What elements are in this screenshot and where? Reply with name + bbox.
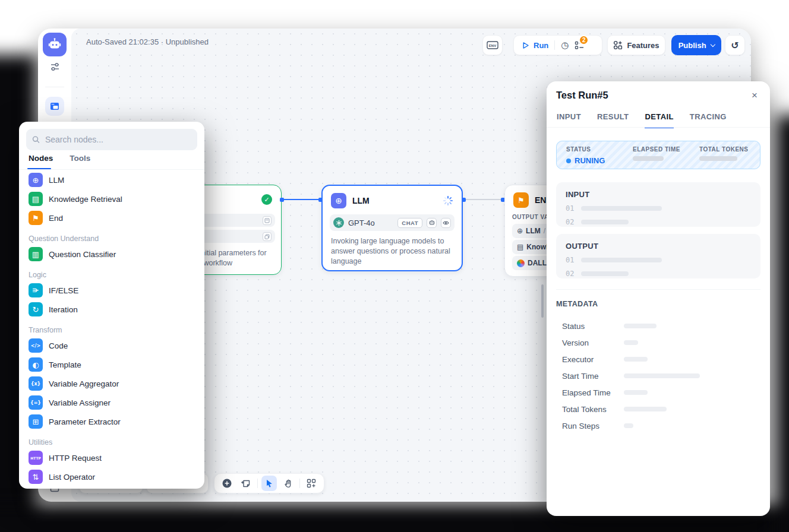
close-button[interactable]: × bbox=[747, 88, 762, 103]
metadata-label: Executor bbox=[562, 355, 624, 364]
line-number: 02 bbox=[566, 270, 574, 278]
node-list-item[interactable]: </>Code bbox=[19, 336, 204, 355]
knowledge-retrieval-icon: ▤ bbox=[29, 192, 43, 206]
run-tab-detail[interactable]: DETAIL bbox=[645, 112, 673, 128]
copy-icon bbox=[263, 232, 272, 241]
version-history-button[interactable]: ↺ bbox=[725, 35, 745, 55]
parameter-extractor-icon: ⊞ bbox=[29, 414, 43, 429]
llm-icon: ⊕ bbox=[331, 193, 346, 208]
organize-blocks-button[interactable] bbox=[304, 476, 319, 491]
model-selector[interactable]: GPT-4o CHAT bbox=[330, 214, 455, 231]
run-label: Run bbox=[534, 41, 548, 50]
value-placeholder bbox=[581, 271, 629, 276]
history-icon: ↺ bbox=[731, 40, 738, 51]
features-button[interactable]: Features bbox=[607, 35, 665, 55]
llm-node[interactable]: ⊕ LLM bbox=[321, 185, 463, 271]
node-list-item-label: Variable Aggregator bbox=[49, 379, 119, 388]
tab-tools[interactable]: Tools bbox=[70, 154, 90, 163]
checklist-button[interactable]: 2 bbox=[575, 40, 585, 50]
metadata-value-placeholder bbox=[624, 357, 648, 362]
node-list-item-label: IF/ELSE bbox=[49, 286, 78, 295]
run-tab-input[interactable]: INPUT bbox=[557, 112, 581, 128]
metadata-row: Version bbox=[562, 334, 758, 351]
placeholder-row: 02 bbox=[566, 270, 751, 278]
divider bbox=[556, 289, 760, 290]
list-operator-icon: ⇅ bbox=[29, 470, 43, 484]
llm-input-port[interactable] bbox=[318, 198, 323, 202]
publish-button[interactable]: Publish bbox=[671, 35, 721, 55]
node-list-item-label: End bbox=[49, 214, 63, 223]
node-list-item[interactable]: HTTPHTTP Request bbox=[19, 448, 204, 467]
preferences-button[interactable] bbox=[45, 57, 64, 76]
metadata-label: Run Steps bbox=[562, 422, 624, 430]
features-label: Features bbox=[627, 41, 659, 50]
node-list-item[interactable]: {=}Variable Assigner bbox=[19, 393, 204, 412]
run-tab-tracing[interactable]: TRACING bbox=[690, 112, 727, 128]
note-plus-icon bbox=[241, 479, 251, 489]
node-list-item-label: Code bbox=[49, 341, 68, 350]
workflow-view-button[interactable] bbox=[45, 97, 64, 116]
openai-icon bbox=[333, 217, 344, 228]
metadata-value-placeholder bbox=[624, 423, 633, 428]
metadata-title: METADATA bbox=[556, 300, 598, 308]
divider bbox=[554, 40, 555, 50]
value-placeholder bbox=[581, 220, 629, 224]
node-list-item-label: Iteration bbox=[49, 305, 78, 314]
node-list-item[interactable]: ↻Iteration bbox=[19, 300, 204, 319]
tab-nodes[interactable]: Nodes bbox=[29, 154, 53, 163]
node-list-item-label: Parameter Extractor bbox=[49, 417, 121, 426]
node-list-item[interactable]: ⊕LLM bbox=[19, 170, 204, 189]
node-list-item[interactable]: ⇅List Operator bbox=[19, 467, 204, 486]
app-logo[interactable] bbox=[43, 33, 67, 56]
variable-node-name: LLM bbox=[526, 227, 541, 235]
chat-mode-badge: CHAT bbox=[397, 218, 422, 228]
hand-icon bbox=[283, 479, 293, 488]
add-note-button[interactable] bbox=[238, 476, 254, 491]
variable-assigner-icon: {=} bbox=[29, 395, 43, 410]
add-node-button[interactable] bbox=[219, 476, 235, 491]
llm-output-port[interactable] bbox=[462, 198, 466, 202]
backdrop-right bbox=[777, 115, 789, 532]
pointer-tool-button[interactable] bbox=[261, 476, 277, 491]
node-list-item-label: Question Classifier bbox=[49, 250, 116, 259]
metadata-value-placeholder bbox=[624, 340, 638, 345]
divider bbox=[299, 479, 300, 488]
input-title: INPUT bbox=[566, 190, 751, 199]
run-history-icon[interactable]: ◷ bbox=[561, 40, 569, 50]
status-label: STATUS bbox=[566, 146, 633, 153]
run-button[interactable]: Run bbox=[521, 41, 548, 50]
run-tab-result[interactable]: RESULT bbox=[597, 112, 629, 128]
play-icon bbox=[521, 41, 530, 50]
node-list-item[interactable]: ⋔IF/ELSE bbox=[19, 281, 204, 300]
node-list-item[interactable]: ⚑End bbox=[19, 208, 204, 227]
metadata-row: Run Steps bbox=[562, 417, 758, 434]
loading-spinner-icon bbox=[443, 195, 453, 206]
node-list: ⊕LLM▤Knowledge Retrieval⚑EndQuestion Und… bbox=[19, 170, 204, 486]
node-list-item[interactable]: ▥Question Classifier bbox=[19, 245, 204, 264]
end-icon: ⚑ bbox=[29, 211, 43, 225]
metadata-label: Status bbox=[562, 322, 624, 331]
node-search-box[interactable] bbox=[26, 129, 197, 150]
node-list-item[interactable]: {x}Variable Aggregator bbox=[19, 374, 204, 393]
env-button[interactable]: ENV bbox=[482, 35, 503, 55]
canvas-scrollbar[interactable] bbox=[541, 284, 544, 318]
metadata-label: Total Tokens bbox=[562, 405, 624, 414]
node-group-header: Question Understand bbox=[19, 233, 204, 245]
node-list-item[interactable]: ⊞Parameter Extractor bbox=[19, 412, 204, 431]
node-search-input[interactable] bbox=[44, 134, 191, 145]
run-panel-tabs: INPUTRESULTDETAILTRACING bbox=[557, 112, 727, 128]
metadata-row: Status bbox=[562, 318, 758, 334]
env-icon: ENV bbox=[487, 40, 498, 50]
code-icon: </> bbox=[29, 338, 43, 353]
model-name: GPT-4o bbox=[348, 218, 375, 227]
total-tokens-label: TOTAL TOKENS bbox=[699, 146, 749, 153]
elapsed-time-label: ELAPSED TIME bbox=[633, 146, 699, 153]
sliders-icon bbox=[50, 62, 60, 72]
publish-label: Publish bbox=[678, 41, 706, 50]
node-list-item[interactable]: ◐Template bbox=[19, 355, 204, 374]
metadata-row: Executor bbox=[562, 351, 758, 368]
hand-tool-button[interactable] bbox=[280, 476, 296, 491]
line-number: 02 bbox=[566, 218, 574, 226]
node-list-item[interactable]: ▤Knowledge Retrieval bbox=[19, 189, 204, 208]
node-group-header: Utilities bbox=[19, 436, 204, 448]
